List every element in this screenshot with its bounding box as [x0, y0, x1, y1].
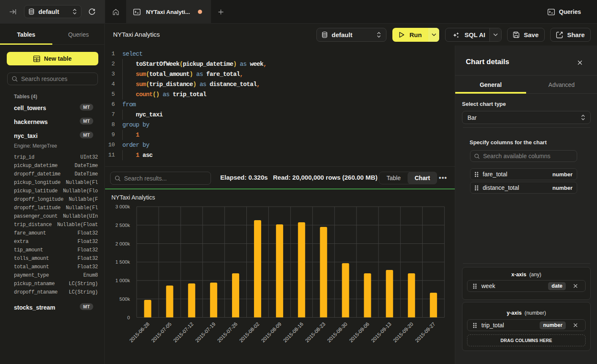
- svg-text:1 500k: 1 500k: [115, 259, 130, 264]
- svg-text:NYTaxi Analytics: NYTaxi Analytics: [111, 194, 155, 201]
- svg-text:2015-09-13: 2015-09-13: [370, 321, 393, 344]
- svg-text:500k: 500k: [119, 297, 130, 302]
- svg-text:2015-09-27: 2015-09-27: [414, 321, 437, 344]
- svg-text:2015-08-16: 2015-08-16: [282, 321, 305, 344]
- svg-text:2015-07-12: 2015-07-12: [172, 321, 195, 344]
- svg-text:2015-09-20: 2015-09-20: [392, 321, 415, 344]
- svg-text:2015-07-05: 2015-07-05: [150, 321, 173, 344]
- svg-text:1 000k: 1 000k: [115, 278, 130, 283]
- svg-text:2015-08-09: 2015-08-09: [260, 321, 283, 344]
- svg-text:2 000k: 2 000k: [115, 241, 130, 246]
- svg-text:3 000k: 3 000k: [115, 204, 130, 209]
- svg-text:2 500k: 2 500k: [115, 223, 130, 228]
- svg-text:2015-06-28: 2015-06-28: [128, 321, 151, 344]
- svg-text:2015-08-02: 2015-08-02: [238, 321, 261, 344]
- svg-text:2015-09-06: 2015-09-06: [348, 321, 371, 344]
- svg-text:2015-07-26: 2015-07-26: [216, 321, 239, 344]
- svg-text:0: 0: [127, 315, 130, 320]
- svg-text:2015-07-19: 2015-07-19: [194, 321, 217, 344]
- svg-text:2015-08-30: 2015-08-30: [326, 321, 349, 344]
- svg-text:2015-08-23: 2015-08-23: [304, 321, 327, 344]
